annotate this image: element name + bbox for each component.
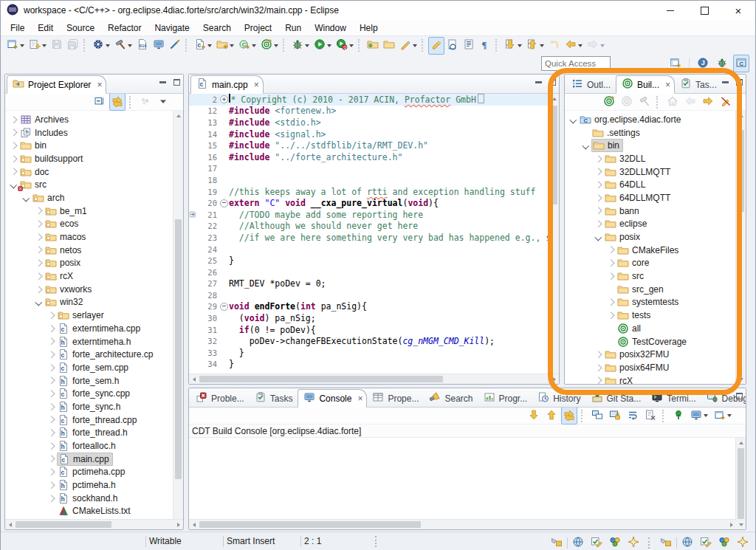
collapse-arrow-icon[interactable]: [568, 117, 579, 123]
expand-arrow-icon[interactable]: [593, 352, 604, 357]
tree-item-bin[interactable]: bin: [5, 139, 183, 152]
tab-project-explorer[interactable]: Project Explorer×: [7, 75, 106, 94]
expand-arrow-icon[interactable]: [46, 496, 57, 501]
menu-item-source[interactable]: Source: [60, 21, 101, 35]
expand-arrow-icon[interactable]: [33, 261, 44, 266]
tree-item-pctimeha-cpp[interactable]: cpctimeha.cpp: [5, 466, 183, 479]
tree-item-forte-sem-h[interactable]: hforte_sem.h: [5, 374, 183, 388]
dropdown-arrow-icon[interactable]: [274, 44, 278, 47]
tree-item-fortealloc-h[interactable]: hfortealloc.h: [5, 439, 183, 453]
menu-item-project[interactable]: Project: [238, 21, 278, 35]
expand-arrow-icon[interactable]: [46, 378, 57, 383]
balls-status-button[interactable]: [716, 534, 732, 550]
tab-prope[interactable]: Prope...: [367, 390, 424, 407]
monitor-button[interactable]: [688, 407, 710, 424]
close-tab-icon[interactable]: ×: [665, 80, 670, 90]
expand-arrow-icon[interactable]: [8, 130, 19, 135]
expand-arrow-icon[interactable]: [605, 247, 616, 252]
make-target-button[interactable]: [258, 37, 281, 55]
compass-status-button[interactable]: [625, 534, 642, 550]
open-perspective-button[interactable]: [667, 55, 684, 72]
binary-button[interactable]: 010: [134, 37, 151, 55]
tree-item-sockhand-h[interactable]: hsockhand.h: [5, 492, 183, 505]
tab-outl[interactable]: Outl...: [566, 76, 616, 93]
globe-status-button[interactable]: [570, 534, 586, 550]
check-pencil-status-button[interactable]: [698, 534, 714, 550]
tab-console[interactable]: Console×: [298, 389, 367, 408]
tree-item-be-m1[interactable]: be_m1: [5, 204, 183, 218]
tree-item-org-eclipse-4diac-forte[interactable]: Corg.eclipse.4diac.forte: [565, 113, 746, 126]
link-editor-button[interactable]: [109, 93, 126, 111]
dropdown-arrow-icon[interactable]: [252, 44, 256, 47]
expand-arrow-icon[interactable]: [46, 483, 57, 488]
java-perspective-button[interactable]: J: [695, 55, 711, 72]
expand-arrow-icon[interactable]: [33, 221, 44, 227]
tree-item-forte-sem-cpp[interactable]: cforte_sem.cpp: [5, 361, 183, 374]
tab-tasks[interactable]: Tasks: [250, 390, 298, 407]
back-hook-button[interactable]: [546, 37, 563, 55]
expand-arrow-icon[interactable]: [33, 274, 44, 279]
expand-arrow-icon[interactable]: [46, 352, 57, 357]
tab-tas[interactable]: Tas...: [675, 76, 722, 93]
arrow-down-button[interactable]: [526, 407, 542, 424]
new-wizard-button[interactable]: [27, 37, 49, 55]
expand-arrow-icon[interactable]: [593, 182, 604, 188]
wrap-lines-button[interactable]: [625, 407, 641, 424]
maximize-view-button[interactable]: [736, 79, 743, 86]
expand-arrow-icon[interactable]: [46, 470, 57, 475]
arrow-left-gray-button[interactable]: [682, 93, 698, 111]
save-all-button[interactable]: [65, 37, 81, 55]
tree-item-settings[interactable]: .settings: [565, 126, 746, 140]
expand-arrow-icon[interactable]: [593, 169, 604, 174]
quick-access-input[interactable]: [541, 56, 611, 71]
tree-item-src[interactable]: src: [5, 178, 183, 191]
tree-item-rcx[interactable]: rcX: [565, 374, 746, 384]
dropdown-arrow-icon[interactable]: [128, 44, 132, 47]
tab-main-cpp[interactable]: cmain.cpp×: [190, 75, 264, 94]
export-folder-button[interactable]: [381, 37, 397, 55]
tree-item-32dll[interactable]: 32DLL: [565, 152, 746, 165]
expand-arrow-icon[interactable]: [33, 208, 44, 213]
expand-arrow-icon[interactable]: [593, 157, 604, 162]
tree-item-posix[interactable]: posix: [5, 257, 183, 270]
dropdown-arrow-icon[interactable]: [42, 44, 47, 47]
menu-item-file[interactable]: File: [4, 21, 31, 35]
expand-arrow-icon[interactable]: [33, 235, 44, 240]
expand-arrow-icon[interactable]: [46, 313, 57, 318]
tree-item-vxworks[interactable]: vxworks: [5, 283, 183, 296]
pencil-slash-button[interactable]: [718, 93, 734, 111]
tree-item-macos[interactable]: macos: [5, 230, 183, 244]
tree-item-forte-thread-h[interactable]: hforte_thread.h: [5, 427, 183, 440]
close-tab-icon[interactable]: ×: [357, 393, 362, 404]
monitor-pair-button[interactable]: [589, 407, 605, 424]
target-gray-button[interactable]: [619, 93, 635, 111]
close-tab-icon[interactable]: ×: [254, 80, 259, 90]
expand-arrow-icon[interactable]: [605, 313, 616, 318]
new-doc-button[interactable]: [4, 37, 27, 55]
menu-item-help[interactable]: Help: [353, 21, 385, 35]
wheel-button[interactable]: [90, 37, 112, 55]
maximize-view-button[interactable]: [736, 393, 743, 399]
tree-item-includes[interactable]: hIncludes: [5, 126, 183, 140]
editor-hscrollbar[interactable]: [189, 374, 559, 384]
tree-item-eclipse[interactable]: eclipse: [565, 218, 746, 231]
dropdown-arrow-icon[interactable]: [207, 44, 212, 47]
expand-arrow-icon[interactable]: [33, 247, 44, 252]
close-tab-icon[interactable]: ×: [97, 80, 102, 90]
expand-arrow-icon[interactable]: [33, 287, 44, 292]
new-c-file-button[interactable]: c: [192, 37, 214, 55]
expand-arrow-icon[interactable]: [605, 261, 616, 266]
highlight-button[interactable]: [428, 37, 444, 55]
compass-status-button[interactable]: [735, 534, 751, 550]
clear-console-button[interactable]: [642, 407, 659, 424]
hand-box-status-button[interactable]: [549, 534, 565, 550]
collapse-arrow-icon[interactable]: [593, 235, 604, 240]
arrow-right-gray-button[interactable]: [585, 37, 607, 55]
arrow-down-doc-button[interactable]: [502, 37, 524, 55]
editor-vscrollbar[interactable]: [549, 94, 559, 384]
hand-box-status-button[interactable]: [658, 534, 674, 550]
save-button[interactable]: [49, 37, 65, 55]
check-pencil-status-button[interactable]: [588, 534, 605, 550]
dropdown-arrow-icon[interactable]: [704, 414, 708, 417]
maximize-view-button[interactable]: [549, 79, 556, 86]
